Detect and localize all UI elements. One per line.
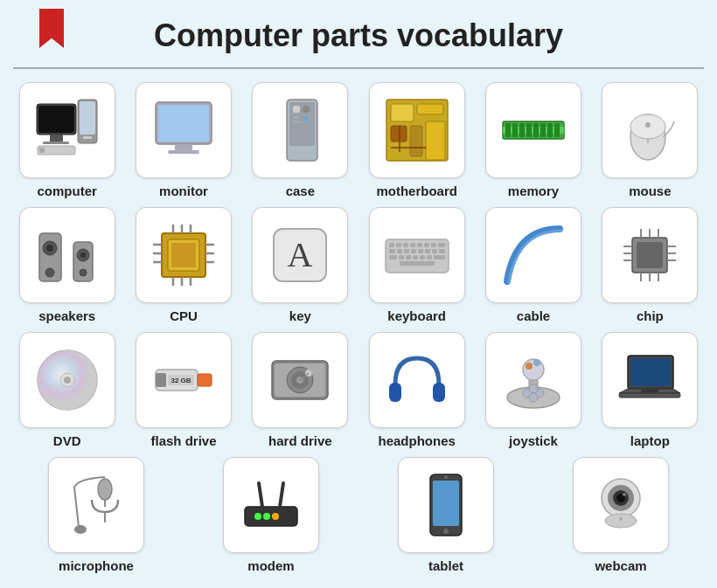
item-label-case: case [286, 183, 315, 198]
row-2: speakers CPU A key [13, 207, 704, 323]
icon-box-case [252, 82, 348, 178]
svg-point-48 [80, 252, 86, 258]
svg-rect-70 [403, 243, 408, 247]
svg-rect-77 [397, 249, 402, 253]
svg-text:A: A [288, 235, 313, 274]
svg-rect-36 [547, 123, 553, 137]
icon-box-microphone [48, 457, 144, 553]
svg-point-156 [623, 493, 626, 496]
svg-rect-90 [434, 255, 445, 259]
svg-rect-5 [80, 101, 95, 135]
icon-box-chip [602, 207, 698, 303]
svg-point-130 [529, 393, 538, 402]
svg-rect-3 [43, 142, 69, 144]
svg-rect-8 [39, 148, 45, 153]
icon-box-joystick [485, 332, 581, 428]
item-modem: modem [188, 457, 354, 573]
icon-box-mouse [602, 82, 698, 178]
item-harddrive: hard drive [247, 332, 354, 448]
svg-rect-88 [420, 255, 425, 259]
item-label-harddrive: hard drive [268, 433, 332, 448]
svg-rect-15 [293, 106, 300, 113]
icon-box-memory [485, 82, 581, 178]
icon-box-harddrive [252, 332, 348, 428]
svg-point-145 [272, 513, 279, 520]
item-monitor: monitor [129, 82, 237, 198]
icon-box-webcam [573, 457, 669, 553]
icon-box-computer [19, 82, 115, 178]
item-label-joystick: joystick [509, 433, 558, 448]
svg-rect-21 [391, 104, 414, 121]
svg-rect-33 [526, 123, 532, 137]
svg-rect-87 [413, 255, 418, 259]
main-content: Computer parts vocabulary computer monit… [0, 0, 717, 588]
icon-box-cpu [136, 207, 232, 303]
svg-rect-79 [411, 249, 416, 253]
svg-rect-74 [431, 243, 436, 247]
svg-rect-142 [245, 507, 297, 526]
icon-box-motherboard [369, 82, 465, 178]
svg-rect-32 [519, 123, 525, 137]
icon-box-modem [223, 457, 319, 553]
item-label-headphones: headphones [378, 433, 455, 448]
svg-line-146 [259, 483, 262, 507]
item-case: case [247, 82, 354, 198]
svg-rect-16 [293, 116, 300, 119]
item-label-cable: cable [517, 308, 550, 323]
svg-rect-123 [433, 383, 445, 402]
svg-point-131 [526, 363, 533, 370]
item-label-key: key [289, 308, 311, 323]
svg-rect-89 [427, 255, 432, 259]
item-label-mouse: mouse [629, 183, 671, 198]
svg-point-45 [45, 268, 54, 277]
item-label-laptop: laptop [630, 433, 670, 448]
item-label-microphone: microphone [59, 558, 134, 573]
item-microphone: microphone [13, 457, 179, 573]
svg-rect-23 [391, 126, 407, 142]
row-1: computer monitor case motherboard [13, 82, 704, 198]
item-chip: chip [596, 207, 704, 323]
item-label-memory: memory [508, 183, 559, 198]
svg-rect-35 [540, 123, 546, 137]
icon-box-monitor [136, 82, 232, 178]
svg-rect-91 [400, 261, 435, 266]
item-label-speakers: speakers [38, 308, 95, 323]
svg-rect-6 [83, 136, 92, 139]
svg-point-44 [46, 245, 53, 252]
svg-rect-81 [425, 249, 430, 253]
svg-rect-84 [389, 255, 397, 259]
svg-point-141 [74, 525, 87, 534]
icon-box-laptop [602, 332, 698, 428]
svg-point-109 [64, 377, 71, 384]
svg-point-144 [263, 513, 270, 520]
svg-rect-93 [637, 242, 663, 268]
item-label-flashdrive: flash drive [150, 433, 216, 448]
page-title: Computer parts vocabulary [13, 9, 704, 69]
icon-box-speakers [19, 207, 115, 303]
icon-box-headphones [369, 332, 465, 428]
svg-rect-12 [168, 150, 199, 154]
svg-rect-80 [418, 249, 423, 253]
item-label-modem: modem [247, 558, 294, 573]
icon-box-dvd [19, 332, 115, 428]
item-key: A key [247, 207, 354, 323]
item-flashdrive: 32 GB flash drive [129, 332, 237, 448]
svg-rect-76 [389, 249, 395, 253]
svg-rect-134 [630, 358, 671, 386]
svg-point-132 [533, 359, 540, 366]
svg-point-19 [304, 117, 308, 121]
svg-rect-112 [198, 374, 212, 386]
svg-point-126 [523, 359, 544, 380]
svg-line-147 [280, 483, 283, 507]
svg-point-18 [303, 106, 310, 113]
svg-rect-52 [171, 243, 196, 267]
icon-box-keyboard [369, 207, 465, 303]
item-mouse: mouse [596, 82, 704, 198]
svg-rect-31 [512, 123, 518, 137]
icon-box-flashdrive: 32 GB [136, 332, 232, 428]
item-label-chip: chip [637, 308, 664, 323]
svg-point-150 [443, 529, 449, 534]
item-laptop: laptop [596, 332, 704, 448]
svg-point-151 [444, 475, 448, 479]
svg-rect-111 [156, 373, 166, 387]
